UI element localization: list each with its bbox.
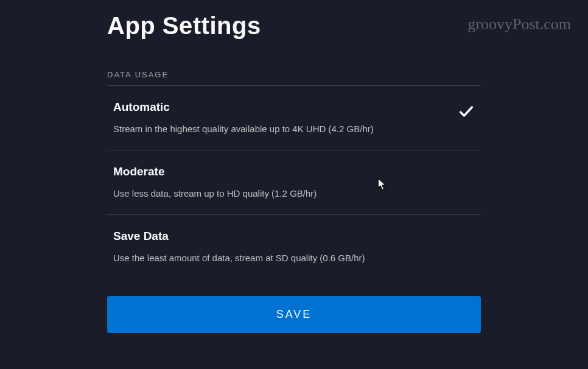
option-save-data[interactable]: Save Data Use the least amount of data, … <box>107 215 481 279</box>
option-title: Automatic <box>113 100 446 114</box>
option-description: Use less data, stream up to HD quality (… <box>113 187 475 200</box>
option-description: Stream in the highest quality available … <box>113 122 446 135</box>
option-title: Moderate <box>113 165 475 178</box>
checkmark-icon <box>458 103 475 120</box>
option-automatic[interactable]: Automatic Stream in the highest quality … <box>107 86 481 150</box>
page-title: App Settings <box>107 12 261 40</box>
option-moderate[interactable]: Moderate Use less data, stream up to HD … <box>107 150 481 214</box>
save-button[interactable]: SAVE <box>107 296 481 333</box>
option-title: Save Data <box>113 230 475 243</box>
option-description: Use the least amount of data, stream at … <box>113 251 475 264</box>
section-label: DATA USAGE <box>107 70 481 79</box>
watermark: groovyPost.com <box>467 15 571 33</box>
